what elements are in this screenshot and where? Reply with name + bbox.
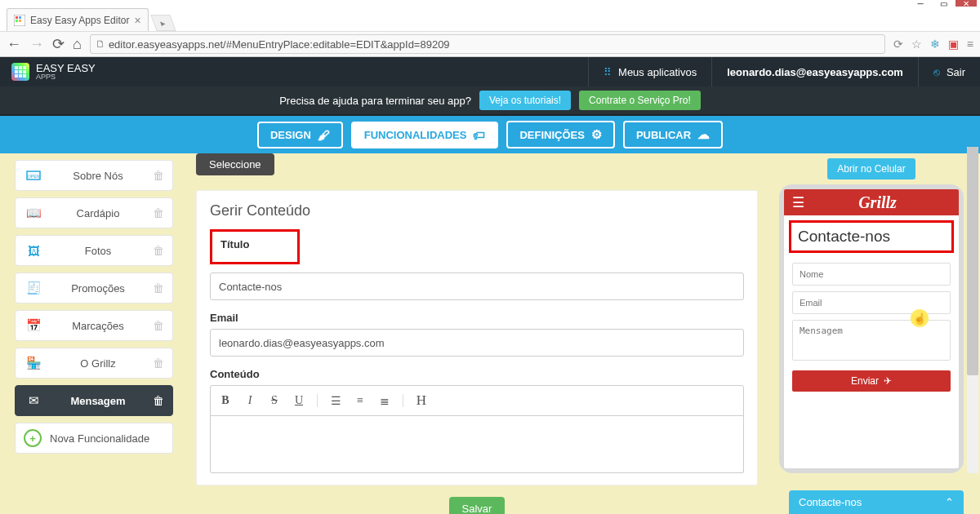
- unordered-list-button[interactable]: ≡: [354, 394, 367, 407]
- underline-button[interactable]: U: [292, 394, 305, 407]
- phone-message-input[interactable]: [792, 320, 951, 361]
- new-tab-button[interactable]: ▸: [150, 15, 176, 31]
- preview-column: Abrir no Celular ☰ Grillz Contacte-nos E…: [776, 153, 980, 514]
- title-label: Título: [220, 238, 289, 250]
- tutorials-button[interactable]: Veja os tutoriais!: [479, 91, 571, 110]
- sidebar-label: Marcações: [43, 320, 153, 332]
- envelope-icon: ✉: [24, 393, 43, 408]
- content-label: Conteúdo: [210, 368, 744, 380]
- phone-title-highlight: Contacte-nos: [789, 220, 954, 253]
- logout-link[interactable]: ⎋ Sair: [918, 57, 980, 86]
- back-button[interactable]: ←: [7, 36, 21, 53]
- phone-name-input[interactable]: [792, 263, 951, 286]
- settings-tab[interactable]: DEFINIÇÕES ⚙: [506, 121, 614, 148]
- window-close[interactable]: ✕: [956, 0, 977, 7]
- book-icon: 📖: [24, 206, 43, 220]
- scrollbar[interactable]: [967, 147, 978, 473]
- bold-button[interactable]: B: [219, 394, 232, 407]
- open-phone-button[interactable]: Abrir no Celular: [827, 158, 915, 179]
- phone-header: ☰ Grillz: [784, 189, 959, 215]
- svg-rect-1: [16, 16, 18, 19]
- snowflake-ext-icon[interactable]: ❄: [930, 38, 940, 51]
- plus-icon: +: [24, 429, 42, 447]
- logout-label: Sair: [947, 66, 965, 78]
- heading-button[interactable]: H: [415, 392, 428, 409]
- tag-icon: 🏷: [473, 128, 485, 142]
- forward-button[interactable]: →: [29, 36, 44, 53]
- url-input[interactable]: 🗋 editor.easyeasyapps.net/#MenuEntryPlac…: [90, 34, 885, 54]
- gear-icon: ⚙: [591, 127, 602, 142]
- phone-email-input[interactable]: [792, 291, 951, 314]
- trash-icon[interactable]: 🗑: [153, 394, 164, 407]
- trash-icon[interactable]: 🗑: [153, 244, 164, 257]
- features-tab[interactable]: FUNCIONALIDADES 🏷: [351, 122, 499, 148]
- sidebar-item-menu[interactable]: 📖 Cardápio 🗑: [15, 197, 173, 228]
- url-text: editor.easyeasyapps.net/#MenuEntryPlace:…: [109, 38, 450, 51]
- paper-plane-icon: ✈: [884, 375, 892, 387]
- cursor-highlight: ☝: [910, 308, 929, 328]
- logo-icon: [11, 63, 29, 81]
- save-button[interactable]: Salvar: [449, 497, 506, 514]
- svg-rect-4: [19, 20, 21, 22]
- select-pill[interactable]: Seleccione: [196, 153, 274, 175]
- trash-icon[interactable]: 🗑: [153, 281, 164, 295]
- new-feature-button[interactable]: + Nova Funcionalidade: [15, 423, 173, 454]
- title-highlight: Título: [210, 229, 300, 264]
- browser-tab[interactable]: Easy Easy Apps Editor ×: [7, 8, 149, 31]
- phone-brand: Grillz: [804, 193, 951, 212]
- star-icon[interactable]: ☆: [911, 38, 922, 51]
- cloud-upload-icon: ☁: [697, 127, 710, 142]
- editor-body[interactable]: [210, 416, 744, 473]
- strike-button[interactable]: S: [268, 394, 281, 407]
- my-apps-link[interactable]: ⠿ Meus aplicativos: [588, 57, 711, 86]
- tab-title: Easy Easy Apps Editor: [30, 15, 129, 26]
- sidebar-label: O Grillz: [43, 357, 153, 370]
- reload-button[interactable]: ⟳: [52, 35, 65, 53]
- publish-tab[interactable]: PUBLICAR ☁: [623, 121, 723, 148]
- phone-page-title: Contacte-nos: [798, 228, 945, 246]
- phone-send-button[interactable]: Enviar ✈: [792, 370, 951, 392]
- home-button[interactable]: ⌂: [73, 36, 82, 53]
- chevron-up-icon: ⌃: [945, 496, 954, 508]
- italic-button[interactable]: I: [243, 394, 256, 407]
- window-maximize[interactable]: ▭: [933, 0, 954, 7]
- trash-icon[interactable]: 🗑: [153, 206, 164, 219]
- trash-icon[interactable]: 🗑: [153, 169, 164, 182]
- sidebar-item-message[interactable]: ✉ Mensagem 🗑: [15, 385, 173, 416]
- features-label: FUNCIONALIDADES: [364, 129, 467, 141]
- hamburger-icon[interactable]: ☰: [792, 194, 804, 211]
- footer-chat-tab[interactable]: Contacte-nos ⌃: [789, 490, 964, 514]
- content-area: Seleccione Gerir Conteúdo Título Email C…: [188, 153, 776, 514]
- email-input[interactable]: [210, 329, 744, 357]
- align-button[interactable]: ≣: [378, 394, 391, 408]
- trash-icon[interactable]: 🗑: [153, 319, 164, 332]
- sidebar-item-about[interactable]: OPEN Sobre Nós 🗑: [15, 160, 173, 191]
- perf-icon[interactable]: ⟳: [893, 38, 903, 51]
- abp-ext-icon[interactable]: ▣: [948, 38, 959, 51]
- ordered-list-button[interactable]: ☰: [329, 394, 342, 408]
- promo-bar: Precisa de ajuda para terminar seu app? …: [0, 86, 980, 116]
- logo-area[interactable]: EASY EASY APPS: [0, 63, 107, 81]
- user-email[interactable]: leonardo.dias@easyeasyapps.com: [711, 57, 918, 86]
- calendar-icon: 📅: [24, 318, 43, 333]
- sidebar-item-grillz[interactable]: 🏪 O Grillz 🗑: [15, 348, 173, 379]
- window-minimize[interactable]: ─: [910, 0, 931, 7]
- sidebar-item-promos[interactable]: 🧾 Promoções 🗑: [15, 273, 173, 304]
- title-input[interactable]: [210, 273, 744, 300]
- editor-toolbar: B I S U ☰ ≡ ≣ H: [210, 385, 744, 416]
- scroll-thumb[interactable]: [967, 147, 978, 375]
- sidebar-label: Mensagem: [43, 395, 153, 407]
- app-body: OPEN Sobre Nós 🗑 📖 Cardápio 🗑 🖼 Fotos 🗑 …: [0, 153, 980, 514]
- svg-rect-2: [19, 16, 21, 19]
- my-apps-label: Meus aplicativos: [618, 66, 697, 78]
- sidebar-item-bookings[interactable]: 📅 Marcações 🗑: [15, 310, 173, 341]
- trash-icon[interactable]: 🗑: [153, 357, 164, 370]
- store-icon: 🏪: [24, 356, 43, 370]
- exit-icon: ⎋: [933, 66, 940, 78]
- sidebar-item-photos[interactable]: 🖼 Fotos 🗑: [15, 235, 173, 266]
- pro-service-button[interactable]: Contrate o Serviço Pro!: [579, 91, 701, 110]
- design-tab[interactable]: DESIGN 🖌: [257, 122, 343, 148]
- tab-close-icon[interactable]: ×: [134, 14, 140, 27]
- menu-icon[interactable]: ≡: [967, 38, 973, 51]
- phone-frame: ☰ Grillz Contacte-nos Enviar ✈: [779, 184, 964, 473]
